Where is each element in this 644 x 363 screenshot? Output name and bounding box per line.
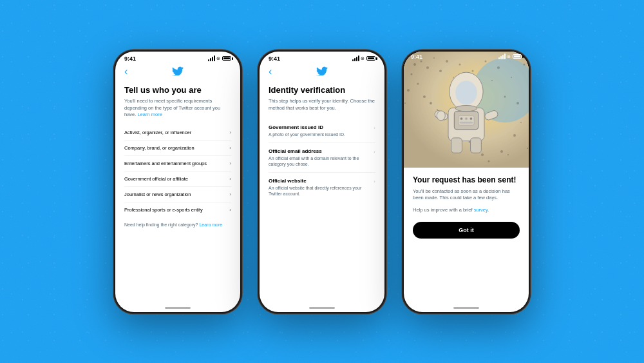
home-indicator-3 <box>404 308 529 312</box>
nav-bar-2: ‹ <box>260 63 384 80</box>
phone-1-frame: 9:41 ⊛ ‹ <box>113 50 242 314</box>
svg-point-5 <box>411 73 413 75</box>
survey-link[interactable]: survey. <box>474 207 489 213</box>
option-2-title: Official email address <box>269 148 371 154</box>
svg-rect-53 <box>460 121 473 123</box>
svg-point-34 <box>488 160 490 162</box>
svg-point-11 <box>407 89 410 92</box>
option-2-desc: An official email with a domain relevant… <box>269 155 371 167</box>
phone-2-title: Identity verification <box>269 85 375 95</box>
chevron-icon-opt3: › <box>374 179 375 184</box>
survey-text: Help us improve with a brief survey. <box>413 207 520 213</box>
status-bar-2: 9:41 ⊛ <box>260 52 384 63</box>
svg-point-35 <box>404 103 406 104</box>
status-time-1: 9:41 <box>124 55 136 62</box>
svg-point-8 <box>417 83 419 84</box>
astronaut-bg <box>404 52 529 168</box>
svg-point-2 <box>413 63 416 66</box>
back-button-2[interactable]: ‹ <box>269 66 272 77</box>
option-3-desc: An official website that directly refere… <box>269 185 371 197</box>
chevron-icon: › <box>229 176 231 182</box>
category-list: Activist, organizer, or influencer › Com… <box>124 125 231 217</box>
back-button-1[interactable]: ‹ <box>124 66 128 77</box>
category-journalist[interactable]: Journalist or news organization › <box>124 187 231 202</box>
chevron-icon-opt1: › <box>374 125 375 131</box>
svg-point-39 <box>513 134 516 137</box>
svg-rect-49 <box>459 115 474 125</box>
phone-1-subtitle: You'll need to meet specific requirement… <box>124 98 231 119</box>
category-company[interactable]: Company, brand, or organization › <box>124 141 231 156</box>
svg-point-52 <box>470 117 473 120</box>
status-time-2: 9:41 <box>269 55 280 62</box>
wifi-icon-3: ⊛ <box>507 54 511 59</box>
signal-icon-2 <box>352 56 359 61</box>
battery-icon-2 <box>366 56 375 61</box>
phone-2: 9:41 ⊛ ‹ <box>258 50 386 314</box>
category-government[interactable]: Government official or affiliate › <box>124 172 231 187</box>
option-3-title: Official website <box>269 178 371 184</box>
success-content: Your request has been sent! You'll be co… <box>404 168 529 308</box>
chevron-icon: › <box>229 145 231 151</box>
astronaut-section <box>404 52 529 168</box>
status-icons-2: ⊛ <box>352 56 375 61</box>
svg-point-50 <box>460 117 463 120</box>
svg-point-13 <box>423 95 426 98</box>
svg-point-31 <box>524 63 526 65</box>
status-time-3: 9:41 <box>411 54 422 60</box>
twitter-logo-1 <box>172 66 184 77</box>
phone-2-subtitle: This step helps us verify your identity.… <box>269 98 375 112</box>
svg-rect-47 <box>471 137 482 152</box>
phone-1-content: Tell us who you are You'll need to meet … <box>115 80 240 308</box>
signal-icon-1 <box>208 56 215 61</box>
phone-2-screen: 9:41 ⊛ ‹ <box>260 52 384 312</box>
twitter-logo-2 <box>316 66 328 77</box>
svg-rect-45 <box>484 110 498 121</box>
category-activist[interactable]: Activist, organizer, or influencer › <box>124 125 231 141</box>
svg-point-27 <box>511 77 512 78</box>
home-indicator-1 <box>115 308 240 312</box>
signal-icon-3 <box>498 54 506 59</box>
phone-3-screen: 9:41 ⊛ <box>404 52 529 312</box>
option-1-title: Government issued ID <box>269 124 371 130</box>
phone-3: 9:41 ⊛ <box>402 50 531 314</box>
battery-icon-1 <box>222 56 231 61</box>
status-icons-1: ⊛ <box>208 56 231 61</box>
phone-3-frame: 9:41 ⊛ <box>402 50 531 314</box>
nav-bar-1: ‹ <box>115 63 240 80</box>
option-email[interactable]: Official email address An official email… <box>269 143 375 173</box>
chevron-icon: › <box>229 161 231 166</box>
phone-2-frame: 9:41 ⊛ ‹ <box>258 50 386 314</box>
svg-rect-46 <box>451 137 462 152</box>
status-bar-1: 9:41 ⊛ <box>115 52 240 63</box>
category-entertainers[interactable]: Entertainers and entertainment groups › <box>124 156 231 172</box>
option-government-id[interactable]: Government issued ID A photo of your gov… <box>269 119 375 143</box>
phone-2-content: Identity verification This step helps us… <box>260 80 384 308</box>
phone-1: 9:41 ⊛ ‹ <box>113 50 242 314</box>
phone-1-screen: 9:41 ⊛ ‹ <box>115 52 240 312</box>
help-learn-more-link[interactable]: Learn more <box>199 222 222 227</box>
svg-point-4 <box>426 66 429 69</box>
chevron-icon-opt2: › <box>374 149 375 155</box>
svg-point-55 <box>437 110 445 120</box>
option-1-desc: A photo of your government issued ID. <box>269 132 371 137</box>
got-it-button[interactable]: Got it <box>413 222 520 239</box>
category-sports[interactable]: Professional sports or e-sports entity › <box>124 202 231 217</box>
svg-point-40 <box>507 154 509 155</box>
svg-point-25 <box>504 95 506 97</box>
svg-point-37 <box>527 148 528 149</box>
wifi-icon-2: ⊛ <box>361 56 365 61</box>
svg-point-33 <box>520 122 522 123</box>
wifi-icon-1: ⊛ <box>216 56 220 61</box>
status-bar-3: 9:41 ⊛ <box>404 52 529 61</box>
svg-point-42 <box>455 81 477 104</box>
svg-point-51 <box>465 117 468 120</box>
home-indicator-2 <box>260 308 384 312</box>
success-text: You'll be contacted as soon as a decisio… <box>413 188 520 202</box>
svg-point-54 <box>455 105 477 111</box>
help-text: Need help finding the right category? Le… <box>124 222 231 227</box>
battery-icon-3 <box>513 54 522 59</box>
phone-1-title: Tell us who you are <box>124 85 231 95</box>
option-website[interactable]: Official website An official website tha… <box>269 173 375 202</box>
chevron-icon: › <box>229 207 231 213</box>
learn-more-link-1[interactable]: Learn more <box>137 112 162 117</box>
